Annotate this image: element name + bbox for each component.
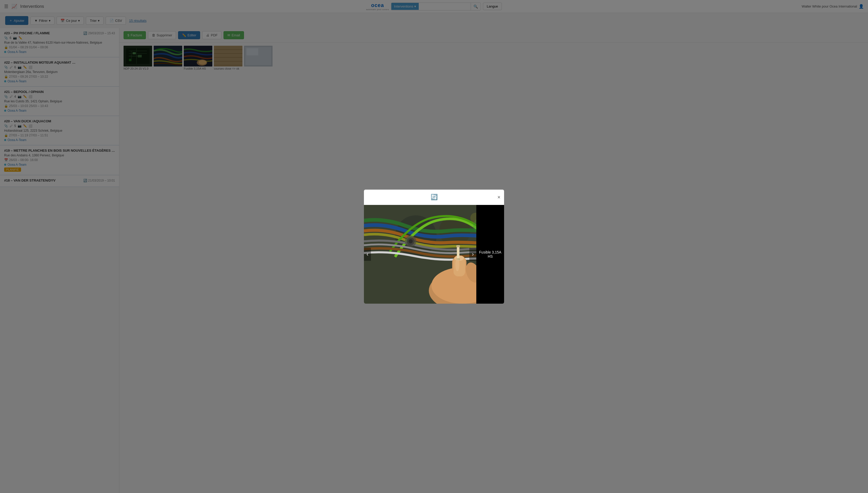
modal-svg [364, 205, 476, 304]
svg-point-46 [409, 239, 413, 243]
modal-header: 🔄 × [364, 190, 504, 205]
modal-box: 🔄 × [364, 190, 504, 304]
modal-overlay[interactable]: 🔄 × [0, 0, 868, 493]
modal-image-area: ‹ › Fusible 3,15A HS [364, 205, 504, 304]
modal-caption: Fusible 3,15A HS [476, 248, 504, 261]
modal-refresh-icon[interactable]: 🔄 [431, 194, 438, 200]
svg-rect-36 [457, 246, 459, 259]
svg-rect-37 [456, 245, 460, 247]
modal-main-image: ‹ › [364, 205, 476, 304]
modal-next-button[interactable]: › [469, 248, 476, 261]
modal-close-button[interactable]: × [497, 195, 500, 200]
svg-point-40 [455, 258, 459, 271]
modal-prev-button[interactable]: ‹ [364, 248, 371, 261]
